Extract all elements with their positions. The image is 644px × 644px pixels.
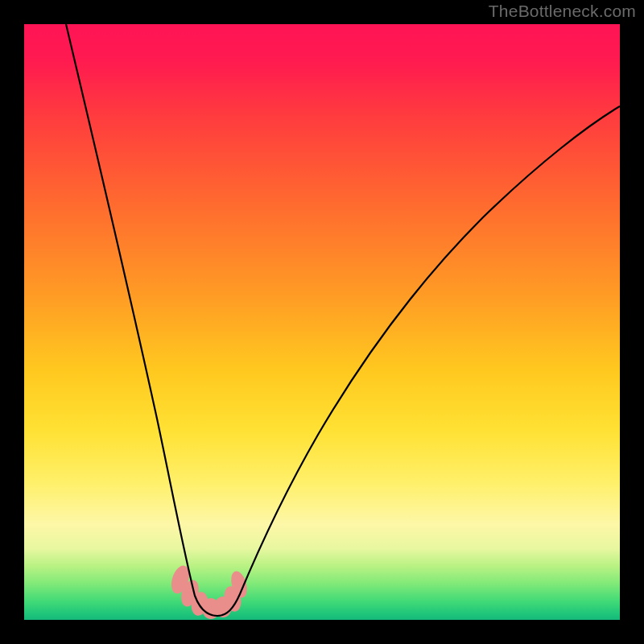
chart-frame: TheBottleneck.com [0,0,644,644]
plot-area [24,24,620,620]
curve-layer [24,24,620,620]
bottleneck-curve [66,24,620,616]
marker-group [168,564,250,619]
watermark-text: TheBottleneck.com [489,2,636,21]
